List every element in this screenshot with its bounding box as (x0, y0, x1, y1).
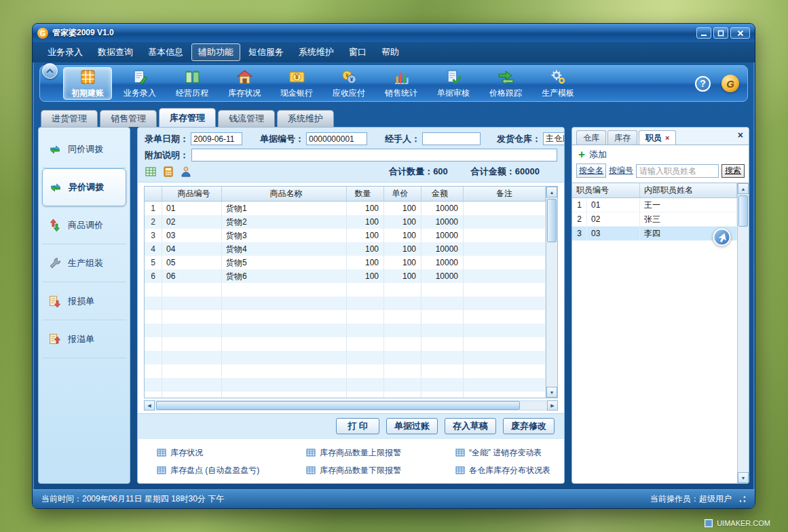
scroll-track[interactable] (738, 194, 749, 472)
menu-item-sms-service[interactable]: 短信服务 (242, 43, 290, 61)
staff-row[interactable]: 101王一 (572, 198, 737, 212)
doc-no-input[interactable] (306, 132, 367, 145)
link-qty-upper-limit-alert[interactable]: 库存商品数量上限报警 (287, 447, 436, 459)
table-row-empty[interactable] (145, 324, 546, 337)
resize-grip[interactable] (738, 495, 746, 503)
link-inventory-status[interactable]: 库存状况 (138, 447, 287, 459)
lookup-tab-inventory[interactable]: 库存 (607, 130, 637, 145)
scroll-thumb[interactable] (738, 195, 748, 227)
scroll-up-icon[interactable]: ▲ (546, 187, 557, 197)
items-vertical-scrollbar[interactable]: ▲ ▼ (546, 187, 557, 398)
maximize-button[interactable] (713, 27, 728, 39)
table-cell (384, 283, 421, 297)
print-button[interactable]: 打 印 (336, 418, 379, 434)
link-qty-lower-limit-alert[interactable]: 库存商品数量下限报警 (287, 465, 436, 476)
table-cell: 100 (384, 242, 421, 256)
table-cell (145, 337, 162, 351)
link-almighty-flow-report[interactable]: “全能” 进销存变动表 (436, 447, 564, 459)
filter-by-fullname-button[interactable]: 按全名 (576, 164, 606, 178)
toolbar-button-production-template[interactable]: 生产模板 (533, 67, 582, 100)
staff-search-input[interactable] (636, 164, 719, 178)
panel-close-icon[interactable]: × (738, 130, 743, 140)
tab-cashflow-mgmt[interactable]: 钱流管理 (218, 110, 275, 127)
toolbar-button-price-tracking[interactable]: 价格跟踪 (481, 67, 530, 100)
menu-item-business-entry[interactable]: 业务录入 (41, 43, 90, 61)
scroll-thumb[interactable] (547, 199, 557, 242)
handler-input[interactable] (422, 132, 481, 145)
toolbar-button-sales-stats[interactable]: 销售统计 (377, 67, 426, 100)
toolbar-button-business-entry[interactable]: 业务录入 (115, 67, 164, 100)
table-row-empty[interactable] (145, 337, 546, 351)
table-row-empty[interactable] (145, 351, 546, 364)
calculator-icon[interactable] (162, 166, 174, 178)
toolbar-collapse-button[interactable] (42, 63, 58, 79)
sidebar-item-goods-repricing[interactable]: 商品调价 (42, 206, 126, 244)
staff-row[interactable]: 202张三 (572, 212, 737, 227)
table-row[interactable]: 101货物110010010000 (145, 202, 546, 215)
lookup-tab-staff[interactable]: 职员 × (639, 130, 676, 145)
table-row[interactable]: 606货物610010010000 (145, 269, 546, 283)
menu-item-window[interactable]: 窗口 (342, 43, 373, 61)
toolbar-button-inventory-status[interactable]: 库存状况 (220, 67, 269, 100)
save-draft-button[interactable]: 存入草稿 (445, 418, 496, 434)
tab-purchase-mgmt[interactable]: 进货管理 (41, 110, 98, 127)
scroll-down-icon[interactable]: ▼ (546, 387, 557, 398)
sidebar-item-loss-report[interactable]: 报损单 (42, 282, 126, 320)
date-input[interactable] (191, 132, 242, 145)
menu-item-aux-functions[interactable]: 辅助功能 (191, 43, 240, 61)
tab-inventory-mgmt[interactable]: 库存管理 (159, 108, 216, 127)
table-row-empty[interactable] (145, 310, 546, 324)
menu-item-help[interactable]: 帮助 (375, 43, 406, 61)
table-row-empty[interactable] (145, 364, 546, 378)
warehouse-input[interactable] (543, 132, 565, 145)
link-warehouse-distribution-report[interactable]: 各仓库库存分布状况表 (436, 465, 564, 476)
close-button[interactable] (730, 27, 750, 39)
table-row-empty[interactable] (145, 392, 546, 398)
table-row-empty[interactable] (145, 283, 546, 297)
table-tool-icon[interactable] (145, 166, 157, 178)
sidebar-item-production-assembly[interactable]: 生产组装 (42, 244, 126, 282)
tab-close-icon[interactable]: × (665, 134, 669, 142)
search-button[interactable]: 搜索 (721, 164, 745, 178)
toolbar-button-doc-audit[interactable]: 单据审核 (429, 67, 478, 100)
staff-vertical-scrollbar[interactable]: ▲ ▼ (737, 183, 749, 483)
help-button[interactable]: ? (695, 76, 711, 92)
sidebar-item-diff-price-transfer[interactable]: 异价调拨 (42, 168, 126, 206)
items-horizontal-scrollbar[interactable]: ◀ ▶ (144, 400, 558, 411)
sidebar-item-overflow-report[interactable]: 报溢单 (42, 320, 126, 358)
discard-changes-button[interactable]: 废弃修改 (503, 418, 555, 434)
table-row[interactable]: 303货物310010010000 (145, 229, 546, 242)
add-staff-button[interactable]: + 添加 (572, 145, 749, 164)
filter-by-code-button[interactable]: 按编号 (609, 165, 633, 176)
sidebar-item-same-price-transfer[interactable]: 同价调拨 (42, 130, 126, 168)
toolbar-button-initial-setup[interactable]: 初期建账 (63, 67, 112, 100)
table-row[interactable]: 202货物210010010000 (145, 215, 546, 229)
tab-sales-mgmt[interactable]: 销售管理 (100, 110, 157, 127)
tab-system-maintenance[interactable]: 系统维护 (277, 110, 334, 127)
toolbar-button-operation-history[interactable]: 经营历程 (168, 67, 217, 100)
scroll-track[interactable] (155, 400, 547, 411)
post-document-button[interactable]: 单据过账 (386, 418, 438, 434)
menu-item-system-maintenance[interactable]: 系统维护 (292, 43, 341, 61)
table-row-empty[interactable] (145, 378, 546, 392)
table-row[interactable]: 404货物410010010000 (145, 242, 546, 256)
toolbar-button-receivable-payable[interactable]: ¥¥ 应收应付 (324, 67, 373, 100)
scroll-left-icon[interactable]: ◀ (144, 400, 155, 411)
menu-item-basic-info[interactable]: 基本信息 (141, 43, 190, 61)
scroll-thumb[interactable] (156, 401, 520, 410)
table-row[interactable]: 505货物510010010000 (145, 256, 546, 269)
table-cell: 100 (384, 269, 421, 283)
scroll-up-icon[interactable]: ▲ (738, 183, 749, 194)
minimize-button[interactable] (696, 27, 711, 39)
toolbar-button-cash-bank[interactable]: ¥ 现金银行 (272, 67, 321, 100)
scroll-right-icon[interactable]: ▶ (547, 400, 558, 411)
table-row-empty[interactable] (145, 297, 546, 310)
note-input[interactable] (191, 149, 557, 162)
table-cell: 10000 (421, 202, 464, 215)
menu-item-data-query[interactable]: 数据查询 (91, 43, 140, 61)
person-icon[interactable] (180, 166, 192, 178)
link-stocktaking[interactable]: 库存盘点 (自动盘盈盘亏) (138, 465, 287, 476)
scroll-track[interactable] (546, 197, 557, 387)
scroll-down-icon[interactable]: ▼ (738, 472, 749, 483)
lookup-tab-warehouse[interactable]: 仓库 (576, 130, 606, 145)
